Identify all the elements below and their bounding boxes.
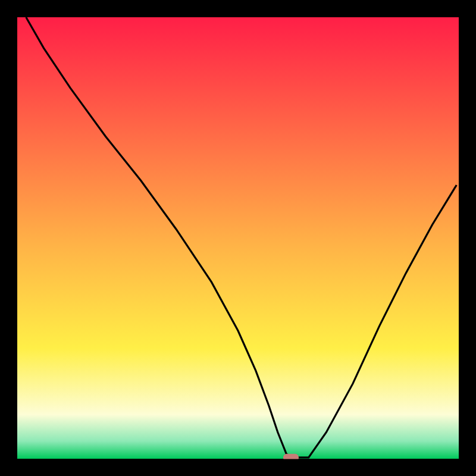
bottleneck-chart xyxy=(0,0,476,476)
chart-container: TheBottlenecker.com xyxy=(0,0,476,476)
plot-background xyxy=(17,17,459,459)
